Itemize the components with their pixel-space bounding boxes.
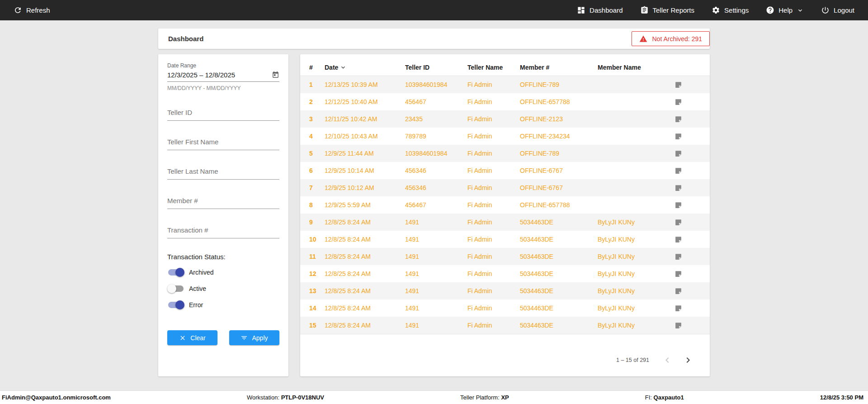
- note-icon[interactable]: [675, 81, 701, 89]
- table-row[interactable]: 8 12/9/25 5:59 AM 456467 Fi Admin OFFLIN…: [300, 196, 710, 214]
- archived-toggle[interactable]: [167, 268, 184, 277]
- row-member-number: 5034463DE: [520, 236, 598, 243]
- page-header: Dashboard Not Archived: 291: [158, 29, 710, 49]
- row-member-number: 5034463DE: [520, 253, 598, 260]
- top-navigation-bar: Refresh Dashboard Teller Reports Setting…: [0, 0, 868, 20]
- note-icon[interactable]: [675, 322, 701, 329]
- row-date: 12/8/25 8:24 AM: [325, 253, 405, 260]
- row-teller-name: Fi Admin: [467, 81, 520, 88]
- note-icon[interactable]: [675, 270, 701, 278]
- member-number-input[interactable]: [167, 193, 279, 209]
- table-row[interactable]: 11 12/8/25 8:24 AM 1491 Fi Admin 5034463…: [300, 248, 710, 265]
- date-range-helper: MM/DD/YYYY - MM/DD/YYYY: [167, 85, 279, 91]
- status-fi: FI: Qaxpauto1: [645, 394, 684, 401]
- nav-settings[interactable]: Settings: [712, 6, 749, 14]
- teller-last-name-input[interactable]: [167, 164, 279, 180]
- teller-first-name-input[interactable]: [167, 134, 279, 150]
- refresh-button[interactable]: Refresh: [14, 6, 50, 14]
- note-icon[interactable]: [675, 184, 701, 192]
- nav-dashboard[interactable]: Dashboard: [577, 6, 623, 14]
- table-row[interactable]: 15 12/8/25 8:24 AM 1491 Fi Admin 5034463…: [300, 317, 710, 334]
- note-icon[interactable]: [675, 219, 701, 226]
- row-member-number: OFFLINE-789: [520, 150, 598, 157]
- active-toggle-row[interactable]: Active: [167, 284, 279, 293]
- transaction-number-input[interactable]: [167, 223, 279, 238]
- table-row[interactable]: 14 12/8/25 8:24 AM 1491 Fi Admin 5034463…: [300, 299, 710, 317]
- table-header-row: # Date Teller ID Teller Name Member # Me…: [300, 59, 710, 76]
- row-number: 6: [309, 167, 325, 174]
- row-teller-id: 1491: [405, 270, 467, 277]
- note-icon[interactable]: [675, 304, 701, 312]
- row-member-number: 5034463DE: [520, 287, 598, 295]
- table-row[interactable]: 7 12/9/25 10:12 AM 456346 Fi Admin OFFLI…: [300, 179, 710, 196]
- nav-logout[interactable]: Logout: [821, 6, 854, 14]
- nav-help[interactable]: Help: [766, 6, 804, 14]
- nav-settings-label: Settings: [724, 6, 749, 14]
- previous-page-button[interactable]: [662, 355, 673, 366]
- status-datetime: 12/8/25 3:50 PM: [820, 394, 863, 401]
- apply-button[interactable]: Apply: [229, 330, 279, 345]
- calendar-icon[interactable]: [272, 71, 279, 79]
- note-icon[interactable]: [675, 236, 701, 243]
- row-teller-name: Fi Admin: [467, 304, 520, 312]
- row-number: 5: [309, 150, 325, 157]
- row-date: 12/8/25 8:24 AM: [325, 322, 405, 329]
- row-teller-id: 456346: [405, 167, 467, 174]
- row-teller-id: 1491: [405, 253, 467, 260]
- note-icon[interactable]: [675, 133, 701, 140]
- row-date: 12/9/25 10:14 AM: [325, 167, 405, 174]
- note-icon[interactable]: [675, 287, 701, 295]
- row-member-number: OFFLINE-6767: [520, 184, 598, 191]
- row-number: 1: [309, 81, 325, 88]
- archived-toggle-row[interactable]: Archived: [167, 268, 279, 277]
- table-row[interactable]: 6 12/9/25 10:14 AM 456346 Fi Admin OFFLI…: [300, 162, 710, 179]
- row-member-name: ByLyJI KUNy: [598, 304, 675, 312]
- table-row[interactable]: 13 12/8/25 8:24 AM 1491 Fi Admin 5034463…: [300, 282, 710, 299]
- row-teller-name: Fi Admin: [467, 98, 520, 105]
- nav-teller-reports-label: Teller Reports: [653, 6, 695, 14]
- table-row[interactable]: 2 12/12/25 10:40 AM 456467 Fi Admin OFFL…: [300, 93, 710, 110]
- date-range-field[interactable]: 12/3/2025 – 12/8/2025: [167, 69, 279, 82]
- date-range-value: 12/3/2025 – 12/8/2025: [167, 71, 272, 79]
- col-member-name: Member Name: [598, 64, 675, 71]
- table-row[interactable]: 12 12/8/25 8:24 AM 1491 Fi Admin 5034463…: [300, 265, 710, 282]
- table-row[interactable]: 4 12/10/25 10:43 AM 789789 Fi Admin OFFL…: [300, 128, 710, 145]
- table-row[interactable]: 3 12/11/25 10:42 AM 23435 Fi Admin OFFLI…: [300, 110, 710, 128]
- row-member-number: 5034463DE: [520, 219, 598, 226]
- row-date: 12/9/25 11:44 AM: [325, 150, 405, 157]
- col-date[interactable]: Date: [325, 64, 405, 71]
- date-range-label: Date Range: [167, 62, 279, 69]
- note-icon[interactable]: [675, 150, 701, 157]
- row-number: 14: [309, 304, 325, 312]
- col-date-label: Date: [325, 64, 338, 71]
- row-teller-id: 1491: [405, 304, 467, 312]
- note-icon[interactable]: [675, 98, 701, 106]
- row-number: 11: [309, 253, 325, 260]
- not-archived-badge[interactable]: Not Archived: 291: [632, 31, 710, 46]
- table-row[interactable]: 1 12/13/25 10:39 AM 103984601984 Fi Admi…: [300, 76, 710, 93]
- table-row[interactable]: 10 12/8/25 8:24 AM 1491 Fi Admin 5034463…: [300, 231, 710, 248]
- teller-id-input[interactable]: [167, 105, 279, 121]
- close-icon: [179, 334, 186, 342]
- nav-teller-reports[interactable]: Teller Reports: [640, 6, 695, 14]
- row-member-number: OFFLINE-657788: [520, 98, 598, 105]
- status-workstation: Workstation: PTLP-0V18NUV: [247, 394, 324, 401]
- table-row[interactable]: 5 12/9/25 11:44 AM 103984601984 Fi Admin…: [300, 145, 710, 162]
- row-member-number: OFFLINE-789: [520, 81, 598, 88]
- note-icon[interactable]: [675, 253, 701, 261]
- error-toggle-row[interactable]: Error: [167, 300, 279, 309]
- active-toggle[interactable]: [167, 284, 184, 293]
- row-teller-id: 103984601984: [405, 150, 467, 157]
- note-icon[interactable]: [675, 167, 701, 175]
- error-toggle[interactable]: [167, 300, 184, 309]
- table-row[interactable]: 9 12/8/25 8:24 AM 1491 Fi Admin 5034463D…: [300, 214, 710, 231]
- warning-icon: [639, 35, 647, 43]
- row-date: 12/8/25 8:24 AM: [325, 219, 405, 226]
- transactions-table: # Date Teller ID Teller Name Member # Me…: [300, 54, 710, 376]
- row-teller-id: 456346: [405, 184, 467, 191]
- next-page-button[interactable]: [683, 355, 693, 366]
- clear-button[interactable]: Clear: [167, 330, 217, 345]
- note-icon[interactable]: [675, 115, 701, 123]
- note-icon[interactable]: [675, 201, 701, 209]
- row-teller-name: Fi Admin: [467, 201, 520, 209]
